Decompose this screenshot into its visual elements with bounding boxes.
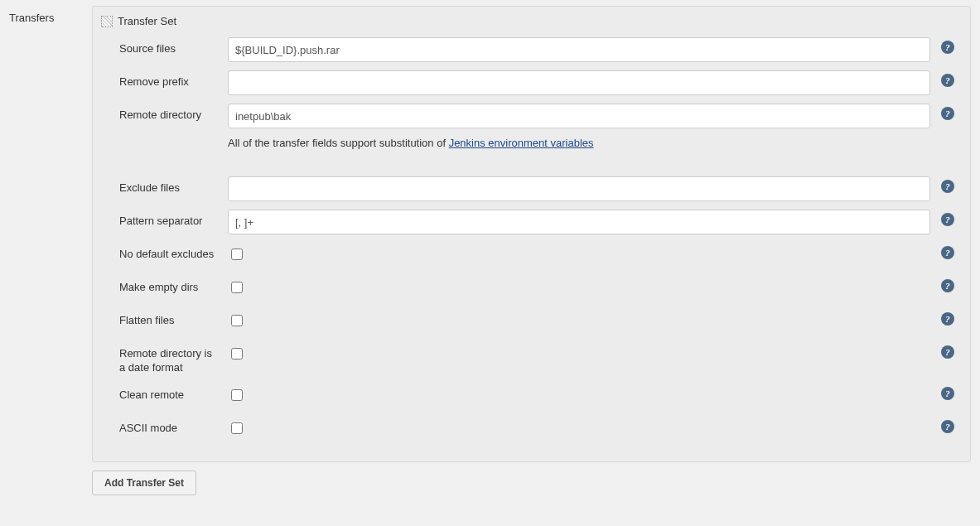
make-empty-dirs-label: Make empty dirs	[103, 273, 223, 300]
transfer-set-title: Transfer Set	[118, 15, 176, 27]
section-label: Transfers	[8, 5, 91, 496]
help-icon[interactable]: ?	[941, 74, 954, 87]
help-icon[interactable]: ?	[941, 180, 954, 193]
make-empty-dirs-checkbox[interactable]	[231, 282, 243, 293]
exclude-files-label: Exclude files	[103, 173, 223, 200]
no-default-excludes-label: No default excludes	[103, 239, 223, 267]
remote-directory-input[interactable]	[228, 104, 930, 128]
remove-prefix-input[interactable]	[228, 70, 930, 95]
ascii-mode-checkbox[interactable]	[231, 422, 243, 434]
help-icon[interactable]: ?	[941, 312, 954, 326]
remove-prefix-label: Remove prefix	[103, 67, 223, 94]
ascii-mode-label: ASCII mode	[103, 413, 223, 441]
flatten-files-label: Flatten files	[103, 306, 223, 333]
transfer-set-header[interactable]: Transfer Set	[99, 10, 963, 34]
source-files-label: Source files	[103, 34, 223, 61]
transfer-set-panel: Transfer Set Source files ? Remove prefi…	[92, 6, 971, 462]
source-files-input[interactable]	[228, 37, 930, 62]
help-icon[interactable]: ?	[941, 279, 954, 292]
clean-remote-checkbox[interactable]	[231, 389, 243, 401]
no-default-excludes-checkbox[interactable]	[231, 249, 243, 260]
env-vars-link[interactable]: Jenkins environment variables	[449, 137, 594, 149]
exclude-files-input[interactable]	[228, 176, 930, 201]
help-icon[interactable]: ?	[941, 213, 954, 226]
pattern-separator-input[interactable]	[228, 210, 930, 234]
remote-dir-date-checkbox[interactable]	[231, 348, 243, 360]
help-icon[interactable]: ?	[941, 107, 954, 120]
remote-directory-label: Remote directory	[103, 100, 223, 128]
help-icon[interactable]: ?	[941, 246, 954, 259]
substitution-note: All of the transfer fields support subst…	[223, 133, 935, 157]
help-icon[interactable]: ?	[941, 387, 954, 400]
help-icon[interactable]: ?	[941, 420, 954, 433]
clean-remote-label: Clean remote	[103, 380, 223, 408]
flatten-files-checkbox[interactable]	[231, 315, 243, 326]
transfers-table: Transfers Transfer Set Source files ? Re…	[8, 5, 972, 496]
help-icon[interactable]: ?	[941, 41, 954, 54]
pattern-separator-label: Pattern separator	[103, 206, 223, 234]
help-icon[interactable]: ?	[941, 345, 954, 359]
drag-handle-icon[interactable]	[101, 16, 113, 27]
add-transfer-set-button[interactable]: Add Transfer Set	[92, 471, 196, 495]
remote-dir-date-label: Remote directory is a date format	[103, 339, 223, 380]
